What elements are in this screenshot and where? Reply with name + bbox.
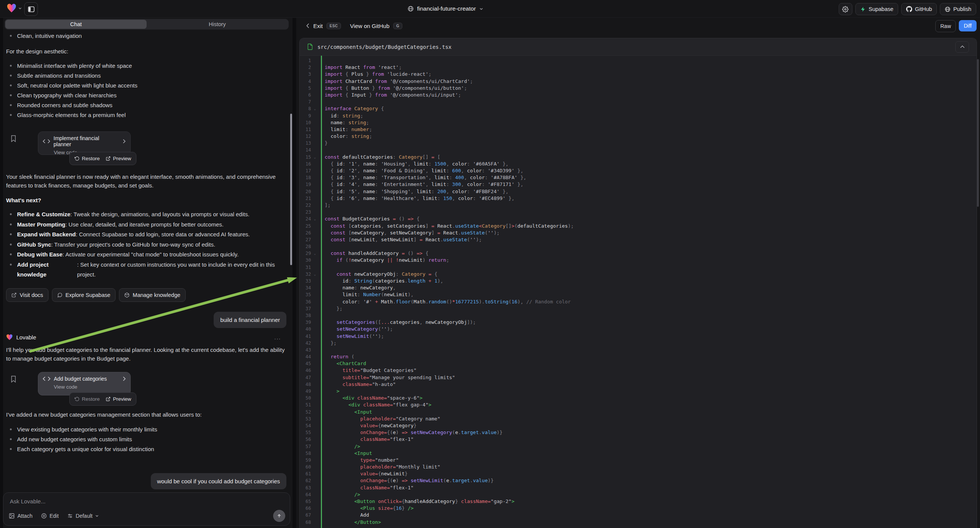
composer-placeholder: Ask Lovable... [10, 498, 45, 504]
code-line: 34 name: newCategory, [300, 285, 977, 291]
line-number: 32⌄ [300, 271, 317, 278]
lovable-logo-icon[interactable] [6, 3, 17, 14]
line-number: 40 [300, 326, 317, 332]
code-line: 60 placeholder="Monthly limit" [300, 464, 977, 471]
bullet-dot [10, 94, 12, 96]
bullet-dot [10, 233, 12, 235]
fold-caret-icon[interactable]: ⌄ [314, 250, 316, 257]
line-number: 4 [300, 78, 317, 85]
whats-next-heading: What's next? [6, 196, 286, 205]
line-number: 39 [300, 319, 317, 326]
bullet-item: Add new budget categories with custom li… [6, 434, 286, 444]
message-menu-button[interactable]: ... [274, 334, 281, 340]
toggle-sidebar-button[interactable] [24, 2, 38, 16]
send-button[interactable] [273, 510, 285, 522]
code-line: 11 limit: number; [300, 126, 977, 133]
line-number: 34 [300, 285, 317, 291]
fold-caret-icon[interactable]: ⌄ [314, 216, 316, 222]
code-line: 5import { Button } from '@/components/ui… [300, 85, 977, 92]
version-card-implement-financial-planner[interactable]: Implement financial planner View code [38, 132, 131, 155]
line-number: 47 [300, 374, 317, 381]
line-number: 37 [300, 305, 317, 312]
version-card-add-budget-categories[interactable]: Add budget categories View code [38, 372, 131, 396]
preview-button[interactable]: Preview [106, 396, 131, 402]
code-viewer[interactable]: 12import React from 'react';3import { Pl… [300, 56, 977, 528]
version-card-row: Implement financial planner View code Re… [6, 132, 286, 166]
diff-toggle-button[interactable]: Diff [959, 20, 977, 32]
line-number: 7 [300, 99, 317, 105]
bullet-item: Add project knowledge: Set key context o… [6, 260, 286, 280]
chevron-left-icon[interactable] [306, 23, 310, 29]
view-code-link[interactable]: View code [54, 384, 126, 390]
fold-caret-icon[interactable]: ⌄ [314, 105, 316, 112]
line-number: 22 [300, 202, 317, 209]
bullet-dot [10, 75, 12, 76]
chevron-down-icon[interactable] [18, 6, 22, 10]
model-selector[interactable]: Default [67, 513, 99, 519]
line-number: 20 [300, 188, 317, 195]
code-line: 44 return ( [300, 353, 977, 360]
chat-panel: Chat History Clean, intuitive navigation… [3, 17, 293, 528]
code-line: 14 [300, 146, 977, 153]
line-number: 14 [300, 146, 317, 153]
exit-button[interactable]: Exit [313, 23, 323, 29]
line-number: 62 [300, 477, 317, 484]
line-number: 23 [300, 209, 317, 216]
arrow-up-icon [277, 513, 282, 518]
fold-caret-icon[interactable]: ⌄ [314, 271, 316, 278]
design-heading: For the design aesthetic: [6, 47, 286, 56]
github-icon [906, 6, 912, 12]
external-link-icon [106, 396, 111, 401]
tab-history[interactable]: History [146, 20, 288, 29]
visit-docs-button[interactable]: Visit docs [6, 288, 48, 302]
code-line: 67 Add [300, 512, 977, 518]
bullet-item: Minimalist interface with plenty of whit… [6, 61, 286, 71]
tab-chat[interactable]: Chat [5, 20, 146, 29]
chat-composer[interactable]: Ask Lovable... Attach Edit Default [3, 492, 290, 526]
code-scrollbar[interactable] [977, 59, 979, 207]
bullet-item: View existing budget categories with the… [6, 425, 286, 434]
line-number: 33 [300, 278, 317, 285]
fold-caret-icon[interactable]: ⌄ [314, 154, 316, 161]
chat-scrollbar[interactable] [290, 114, 292, 265]
bullet-dot [10, 428, 12, 430]
line-number: 13 [300, 140, 317, 146]
code-line: 17 { id: '2', name: 'Food & Dining', lim… [300, 167, 977, 174]
code-line: 21 { id: '6', name: 'Healthcare', limit:… [300, 195, 977, 202]
esc-key-badge: ESC [326, 23, 341, 29]
line-number: 48 [300, 381, 317, 388]
code-line: 59 type="number" [300, 457, 977, 464]
attach-button[interactable]: Attach [9, 513, 33, 519]
line-number: 28 [300, 243, 317, 250]
line-number: 24⌄ [300, 216, 317, 222]
line-number: 38 [300, 312, 317, 319]
gear-icon [842, 6, 848, 13]
project-switcher[interactable]: financial-future-creator [407, 0, 484, 17]
bookmark-icon[interactable] [10, 375, 17, 383]
preview-button[interactable]: Preview [106, 156, 131, 161]
file-bar[interactable]: src/components/budget/BudgetCategories.t… [300, 38, 977, 56]
explore-supabase-button[interactable]: Explore Supabase [52, 288, 116, 302]
code-line: 50 <div className="space-y-6"> [300, 395, 977, 401]
settings-button[interactable] [839, 3, 852, 15]
code-line: 58 <Input [300, 450, 977, 457]
line-number: 43 [300, 347, 317, 353]
manage-knowledge-button[interactable]: Manage knowledge [119, 288, 186, 302]
bookmark-icon[interactable] [10, 135, 17, 142]
restore-button[interactable]: Restore [75, 156, 100, 161]
restore-button[interactable]: Restore [75, 396, 100, 402]
line-number: 57 [300, 443, 317, 450]
github-button[interactable]: GitHub [901, 3, 937, 15]
line-number: 27 [300, 236, 317, 243]
line-number: 19 [300, 181, 317, 188]
supabase-button[interactable]: Supabase [855, 3, 898, 15]
raw-toggle-button[interactable]: Raw [935, 20, 956, 32]
edit-button[interactable]: Edit [41, 513, 59, 519]
version-card-row: Add budget categories View code Restore … [6, 372, 286, 407]
view-on-github-link[interactable]: View on GitHub [350, 23, 390, 29]
code-line: 13} [300, 140, 977, 146]
code-line: 28 [300, 243, 977, 250]
code-line: 37 }; [300, 305, 977, 312]
collapse-file-button[interactable] [955, 41, 969, 52]
publish-button[interactable]: Publish [940, 3, 976, 15]
